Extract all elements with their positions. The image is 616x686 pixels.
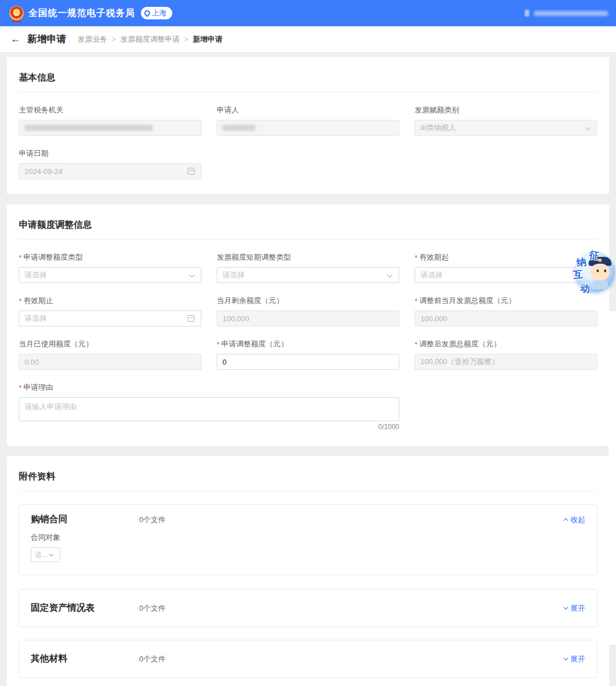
tax-authority-label: 主管税务机关 [19, 105, 201, 115]
required-marker: * [19, 297, 22, 305]
chevron-down-icon [189, 272, 195, 278]
adjust-type-label: 申请调整额度类型 [23, 252, 83, 263]
attachment-file-count: 0个文件 [139, 603, 165, 614]
attachment-name: 购销合同 [31, 514, 139, 526]
required-marker: * [217, 340, 220, 349]
user-info-redacted[interactable] [525, 10, 608, 17]
mascot-eye [604, 269, 606, 272]
basic-info-card: 基本信息 主管税务机关 申请人 发票赋额类别 III类纳税人 [7, 57, 609, 194]
breadcrumb-item[interactable]: 发票额度调整申请 [120, 34, 180, 45]
tax-interaction-mascot-widget[interactable]: 征 纳 互 动 [569, 249, 615, 299]
reason-char-counter: 0/1000 [19, 423, 399, 431]
field-tax-authority: 主管税务机关 [19, 105, 201, 136]
mascot-cap-badge [598, 259, 602, 262]
field-after-total: *调整后发票总额度（元） 100,000（壹拾万圆整） [415, 339, 597, 370]
field-reason: *申请理由 0/1000 [19, 382, 399, 431]
apply-date-value: 2024-09-24 [25, 167, 63, 176]
user-avatar-blurred [525, 10, 529, 17]
mascot-eye [597, 269, 599, 272]
used-label: 当月已使用额度（元） [19, 339, 93, 349]
expand-toggle[interactable]: 展开 [564, 603, 585, 614]
contract-target-placeholder: 请... [35, 550, 47, 560]
adjust-type-select[interactable]: 请选择 [19, 267, 201, 283]
divider [19, 92, 597, 92]
short-term-type-select[interactable]: 请选择 [217, 267, 399, 283]
attachment-name: 其他材料 [31, 653, 139, 665]
chevron-down-icon [564, 605, 568, 610]
field-before-total: *调整前当月发票总额度（元） 100,000 [415, 296, 597, 326]
national-emblem-logo [9, 6, 24, 21]
breadcrumb-separator: > [184, 35, 188, 43]
short-term-type-placeholder: 请选择 [222, 270, 245, 280]
required-marker: * [415, 340, 418, 349]
required-marker: * [415, 297, 418, 305]
used-input: 0.00 [19, 354, 201, 370]
divider [19, 239, 597, 240]
mascot-face [590, 264, 610, 281]
divider [19, 491, 597, 491]
breadcrumb-separator: > [112, 35, 116, 43]
field-applicant: 申请人 [217, 105, 399, 136]
valid-from-label: 有效期起 [419, 252, 449, 263]
required-marker: * [19, 384, 22, 392]
back-arrow-icon[interactable]: ← [10, 33, 21, 45]
apply-date-input: 2024-09-24 [19, 163, 201, 179]
expand-toggle[interactable]: 展开 [564, 654, 585, 664]
breadcrumb-item-current: 新增申请 [193, 34, 222, 45]
attachment-other-materials: 其他材料 0个文件 展开 [19, 640, 597, 678]
side-panel-strip [609, 311, 616, 645]
attachment-file-count: 0个文件 [139, 515, 165, 525]
chevron-down-icon [564, 656, 568, 660]
reason-textarea[interactable] [19, 397, 399, 421]
quota-category-value: III类纳税人 [420, 123, 456, 133]
contract-target-select[interactable]: 请... [31, 547, 60, 562]
collapse-toggle[interactable]: 收起 [564, 515, 585, 525]
attachment-file-count: 0个文件 [139, 654, 165, 664]
calendar-icon [188, 168, 194, 175]
before-total-label: 调整前当月发票总额度（元） [419, 296, 516, 306]
remaining-label: 当月剩余额度（元） [217, 296, 283, 306]
attachments-title: 附件资料 [19, 467, 597, 491]
field-quota-category: 发票赋额类别 III类纳税人 [415, 105, 597, 136]
adjust-type-placeholder: 请选择 [25, 270, 47, 280]
breadcrumb-bar: ← 新增申请 发票业务 > 发票额度调整申请 > 新增申请 [0, 26, 616, 53]
toggle-label: 收起 [570, 515, 585, 525]
location-pill[interactable]: 上海 [141, 7, 172, 19]
toggle-label: 展开 [570, 603, 585, 614]
reason-label: 申请理由 [23, 382, 53, 393]
breadcrumb-item[interactable]: 发票业务 [78, 34, 107, 45]
remaining-value: 100,000 [222, 314, 249, 323]
used-value: 0.00 [25, 358, 39, 366]
redacted-value [25, 125, 153, 131]
applicant-input [217, 120, 399, 136]
app-title: 全国统一规范电子税务局 [29, 7, 135, 19]
chevron-down-icon [49, 552, 54, 556]
mascot-body [592, 280, 608, 289]
after-total-value: 100,000（壹拾万圆整） [420, 357, 499, 367]
required-marker: * [19, 253, 22, 262]
remaining-input: 100,000 [217, 310, 399, 326]
field-short-term-type: 发票额度短期调整类型 请选择 [217, 252, 399, 283]
field-adjust-amount: *申请调整额度（元） [217, 339, 399, 370]
location-pin-icon [143, 9, 151, 17]
toggle-label: 展开 [570, 654, 585, 664]
breadcrumb: 发票业务 > 发票额度调整申请 > 新增申请 [78, 34, 222, 45]
valid-to-placeholder: 请选择 [25, 313, 47, 324]
quota-category-label: 发票赋额类别 [415, 105, 597, 115]
field-remaining: 当月剩余额度（元） 100,000 [217, 296, 399, 326]
adjust-amount-label: 申请调整额度（元） [221, 339, 288, 349]
applicant-label: 申请人 [217, 105, 399, 115]
adjust-amount-input[interactable] [217, 354, 399, 370]
valid-to-picker[interactable]: 请选择 [19, 310, 201, 326]
field-valid-to: *有效期止 请选择 [19, 296, 201, 326]
mascot-char: 互 [573, 268, 583, 282]
chevron-down-icon [585, 125, 591, 131]
field-used: 当月已使用额度（元） 0.00 [19, 339, 201, 370]
chevron-up-icon [564, 518, 568, 523]
mascot-char: 征 [588, 248, 599, 263]
basic-info-title: 基本信息 [19, 68, 597, 92]
apply-date-label: 申请日期 [19, 148, 201, 159]
valid-from-placeholder: 请选择 [420, 270, 443, 280]
before-total-value: 100,000 [420, 314, 447, 323]
field-adjust-type: *申请调整额度类型 请选择 [19, 252, 201, 283]
